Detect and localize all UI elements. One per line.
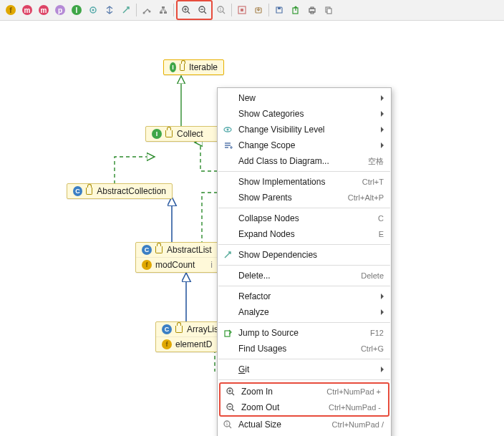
node-collection[interactable]: ICollect	[145, 126, 218, 142]
tb-layout-icon[interactable]	[155, 2, 171, 18]
tb-edge-icon[interactable]	[139, 2, 155, 18]
menu-item[interactable]: Show ParentsCtrl+Alt+P	[218, 190, 391, 205]
blank-icon	[222, 213, 233, 224]
menu-item[interactable]: Jump to SourceF12	[218, 325, 391, 341]
node-label: Collect	[177, 129, 203, 139]
menu-item[interactable]: Delete...Delete	[218, 268, 391, 284]
menu-item[interactable]: Zoom OutCtrl+NumPad -	[220, 399, 388, 415]
menu-separator	[218, 286, 390, 286]
menu-item[interactable]: Git	[218, 362, 391, 377]
class-icon: C	[162, 324, 172, 334]
blank-icon	[222, 192, 233, 203]
export-icon[interactable]	[251, 2, 266, 18]
lock-icon	[165, 130, 173, 137]
menu-label: Show Parents	[238, 193, 292, 203]
menu-shortcut: Ctrl+NumPad +	[326, 387, 381, 396]
menu-item[interactable]: Change Visibility Level	[218, 122, 391, 137]
svg-point-3	[149, 11, 151, 13]
node-label: AbstractCollection	[97, 186, 166, 196]
dep-icon	[222, 249, 233, 261]
svg-rect-23	[225, 331, 230, 336]
context-menu: NewShow CategoriesChange Visibility Leve…	[217, 87, 392, 436]
menu-label: Refactor	[238, 291, 271, 301]
menu-label: Add Class to Diagram...	[238, 156, 329, 166]
node-abstract-list[interactable]: CAbstractList fmodCounti	[135, 242, 219, 273]
node-abstract-collection[interactable]: CAbstractCollection	[67, 183, 173, 199]
actual-size-icon[interactable]: 1	[213, 2, 229, 18]
menu-item[interactable]: Find UsagesCtrl+G	[218, 341, 391, 357]
svg-point-2	[143, 12, 145, 14]
tb-methods-icon[interactable]: m	[19, 2, 35, 18]
zout-icon	[225, 402, 236, 413]
svg-text:1: 1	[219, 7, 222, 11]
menu-label: Change Scope	[238, 140, 295, 150]
blank-icon	[222, 108, 233, 120]
tb-methods2-icon[interactable]: m	[36, 2, 52, 18]
svg-point-22	[226, 128, 228, 130]
node-iterable[interactable]: IIterable	[163, 59, 224, 75]
node-label: Iterable	[189, 62, 218, 72]
menu-item[interactable]: New	[218, 90, 391, 106]
tb-dep-icon[interactable]	[118, 2, 134, 18]
zoom-out-icon[interactable]	[195, 2, 210, 18]
node-label: elementD	[175, 339, 212, 349]
svg-point-1	[92, 9, 94, 11]
blank-icon	[222, 270, 233, 281]
menu-item[interactable]: Fit Content	[218, 432, 391, 436]
menu-item[interactable]: Collapse NodesC	[218, 210, 391, 226]
menu-item[interactable]: 1Actual SizeCtrl+NumPad /	[218, 417, 391, 432]
scope-icon	[222, 140, 233, 151]
menu-item[interactable]: Zoom InCtrl+NumPad +	[220, 384, 388, 399]
field-icon: f	[162, 339, 172, 349]
menu-label: New	[238, 93, 256, 103]
interface-icon: I	[152, 129, 162, 139]
menu-separator	[218, 359, 390, 359]
menu-item[interactable]: Show Categories	[218, 106, 391, 122]
menu-label: Collapse Nodes	[238, 213, 299, 223]
menu-label: Zoom In	[241, 387, 273, 397]
save-icon[interactable]	[271, 2, 287, 18]
node-label: ArrayList	[187, 324, 220, 334]
lock-icon	[175, 326, 183, 333]
tb-vis-icon[interactable]	[85, 2, 101, 18]
lock-icon	[180, 64, 185, 71]
menu-label: Delete...	[238, 271, 271, 281]
tb-properties-icon[interactable]: p	[52, 2, 68, 18]
field-icon: f	[142, 260, 152, 270]
vis-icon	[222, 124, 233, 135]
toolbar: f m m p I 1	[0, 0, 504, 21]
tb-inner-icon[interactable]: I	[69, 2, 84, 18]
zoom-menu-highlight: Zoom InCtrl+NumPad +Zoom OutCtrl+NumPad …	[219, 382, 389, 417]
blank-icon	[222, 228, 233, 240]
menu-item[interactable]: Expand NodesE	[218, 226, 391, 242]
lock-icon	[155, 246, 163, 253]
menu-label: Zoom Out	[241, 402, 279, 412]
tb-scope-icon[interactable]	[102, 2, 117, 18]
menu-separator	[218, 322, 390, 323]
print-icon[interactable]	[304, 2, 320, 18]
node-label: modCount	[155, 260, 195, 270]
fit-icon[interactable]	[234, 2, 250, 18]
menu-separator	[218, 208, 390, 208]
blank-icon	[222, 364, 233, 375]
node-label: AbstractList	[167, 245, 212, 255]
menu-item[interactable]: Add Class to Diagram...空格	[218, 153, 391, 169]
toolbar-zoom-highlight	[176, 0, 213, 20]
menu-item[interactable]: Show Dependencies	[218, 247, 391, 263]
tb-fields-icon[interactable]: f	[3, 2, 19, 18]
menu-item[interactable]: Analyze	[218, 304, 391, 320]
svg-rect-4	[162, 6, 165, 9]
menu-item[interactable]: Change Scope	[218, 137, 391, 153]
export2-icon[interactable]	[288, 2, 304, 18]
zoom-in-icon[interactable]	[178, 2, 194, 18]
interface-icon: I	[170, 62, 176, 72]
diagram-canvas[interactable]: IIterable ICollect CAbstractCollection C…	[0, 21, 504, 436]
menu-label: Jump to Source	[238, 328, 299, 338]
menu-shortcut: 空格	[368, 156, 384, 167]
blank-icon	[222, 92, 233, 104]
copy-icon[interactable]	[321, 2, 336, 18]
menu-item[interactable]: Refactor	[218, 289, 391, 304]
svg-rect-5	[160, 11, 163, 14]
class-icon: C	[142, 245, 152, 255]
menu-item[interactable]: Show ImplementationsCtrl+T	[218, 174, 391, 190]
